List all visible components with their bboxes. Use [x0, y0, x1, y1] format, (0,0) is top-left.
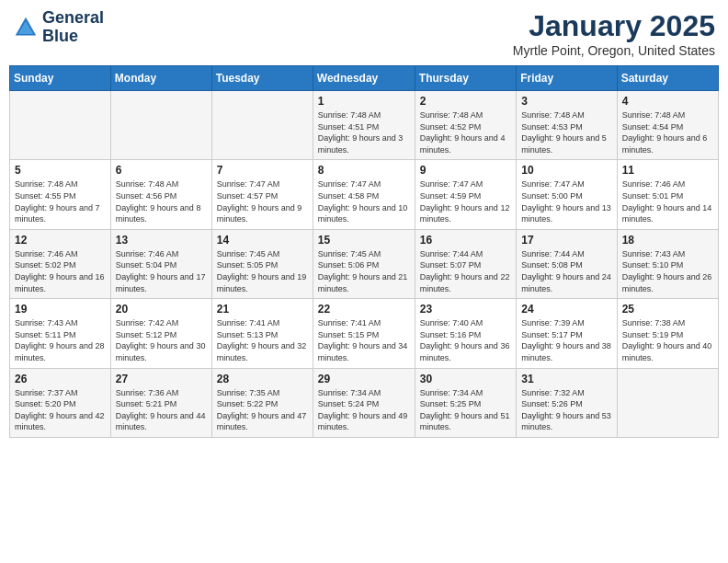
cell-content: Sunrise: 7:43 AM Sunset: 5:10 PM Dayligh… — [622, 248, 713, 294]
calendar-cell: 30Sunrise: 7:34 AM Sunset: 5:25 PM Dayli… — [415, 368, 516, 437]
day-number: 17 — [521, 234, 611, 247]
day-number: 15 — [318, 234, 410, 247]
cell-content: Sunrise: 7:46 AM Sunset: 5:04 PM Dayligh… — [116, 248, 207, 294]
calendar-cell: 10Sunrise: 7:47 AM Sunset: 5:00 PM Dayli… — [517, 160, 617, 229]
calendar-cell — [211, 91, 313, 160]
calendar-cell: 8Sunrise: 7:47 AM Sunset: 4:58 PM Daylig… — [313, 160, 415, 229]
calendar-cell: 15Sunrise: 7:45 AM Sunset: 5:06 PM Dayli… — [313, 229, 415, 298]
location: Myrtle Point, Oregon, United States — [513, 43, 715, 58]
cell-content: Sunrise: 7:41 AM Sunset: 5:15 PM Dayligh… — [318, 317, 410, 363]
day-number: 5 — [15, 164, 106, 177]
cell-content: Sunrise: 7:48 AM Sunset: 4:55 PM Dayligh… — [15, 178, 106, 224]
cell-content: Sunrise: 7:45 AM Sunset: 5:06 PM Dayligh… — [318, 248, 410, 294]
day-number: 18 — [622, 234, 713, 247]
calendar-table: SundayMondayTuesdayWednesdayThursdayFrid… — [9, 65, 719, 438]
day-number: 4 — [622, 95, 713, 108]
day-number: 25 — [622, 303, 713, 316]
calendar-cell: 16Sunrise: 7:44 AM Sunset: 5:07 PM Dayli… — [415, 229, 516, 298]
cell-content: Sunrise: 7:36 AM Sunset: 5:21 PM Dayligh… — [116, 387, 207, 433]
calendar-cell: 6Sunrise: 7:48 AM Sunset: 4:56 PM Daylig… — [110, 160, 211, 229]
title-block: January 2025 Myrtle Point, Oregon, Unite… — [513, 9, 715, 58]
calendar-cell: 18Sunrise: 7:43 AM Sunset: 5:10 PM Dayli… — [617, 229, 718, 298]
day-number: 8 — [318, 164, 410, 177]
day-number: 31 — [521, 373, 611, 385]
weekday-header-wednesday: Wednesday — [313, 66, 415, 91]
cell-content: Sunrise: 7:34 AM Sunset: 5:25 PM Dayligh… — [420, 387, 511, 433]
calendar-cell: 9Sunrise: 7:47 AM Sunset: 4:59 PM Daylig… — [415, 160, 516, 229]
logo: General Blue — [13, 9, 104, 46]
day-number: 10 — [521, 164, 611, 177]
day-number: 1 — [318, 95, 410, 108]
calendar-cell: 5Sunrise: 7:48 AM Sunset: 4:55 PM Daylig… — [10, 160, 111, 229]
calendar-cell: 17Sunrise: 7:44 AM Sunset: 5:08 PM Dayli… — [517, 229, 617, 298]
weekday-header-monday: Monday — [110, 66, 211, 91]
day-number: 20 — [116, 303, 207, 316]
weekday-header-friday: Friday — [517, 66, 617, 91]
cell-content: Sunrise: 7:46 AM Sunset: 5:02 PM Dayligh… — [15, 248, 106, 294]
cell-content: Sunrise: 7:41 AM Sunset: 5:13 PM Dayligh… — [217, 317, 308, 363]
day-number: 14 — [217, 234, 308, 247]
logo-icon — [13, 15, 39, 40]
cell-content: Sunrise: 7:47 AM Sunset: 4:57 PM Dayligh… — [217, 178, 308, 224]
page-header: General Blue January 2025 Myrtle Point, … — [9, 9, 719, 58]
day-number: 19 — [15, 303, 106, 316]
day-number: 26 — [15, 373, 106, 385]
calendar-cell: 13Sunrise: 7:46 AM Sunset: 5:04 PM Dayli… — [110, 229, 211, 298]
cell-content: Sunrise: 7:43 AM Sunset: 5:11 PM Dayligh… — [15, 317, 106, 363]
calendar-cell: 22Sunrise: 7:41 AM Sunset: 5:15 PM Dayli… — [313, 299, 415, 368]
weekday-header-sunday: Sunday — [10, 66, 111, 91]
cell-content: Sunrise: 7:48 AM Sunset: 4:53 PM Dayligh… — [521, 109, 611, 155]
cell-content: Sunrise: 7:37 AM Sunset: 5:20 PM Dayligh… — [15, 387, 106, 433]
day-number: 27 — [116, 373, 207, 385]
cell-content: Sunrise: 7:48 AM Sunset: 4:54 PM Dayligh… — [622, 109, 713, 155]
calendar-cell: 2Sunrise: 7:48 AM Sunset: 4:52 PM Daylig… — [415, 91, 516, 160]
cell-content: Sunrise: 7:35 AM Sunset: 5:22 PM Dayligh… — [217, 387, 308, 433]
calendar-cell: 25Sunrise: 7:38 AM Sunset: 5:19 PM Dayli… — [617, 299, 718, 368]
calendar-cell: 1Sunrise: 7:48 AM Sunset: 4:51 PM Daylig… — [313, 91, 415, 160]
calendar-cell: 7Sunrise: 7:47 AM Sunset: 4:57 PM Daylig… — [211, 160, 313, 229]
calendar-cell: 19Sunrise: 7:43 AM Sunset: 5:11 PM Dayli… — [10, 299, 111, 368]
cell-content: Sunrise: 7:48 AM Sunset: 4:56 PM Dayligh… — [116, 178, 207, 224]
weekday-header-thursday: Thursday — [415, 66, 516, 91]
day-number: 11 — [622, 164, 713, 177]
calendar-cell: 26Sunrise: 7:37 AM Sunset: 5:20 PM Dayli… — [10, 368, 111, 437]
cell-content: Sunrise: 7:38 AM Sunset: 5:19 PM Dayligh… — [622, 317, 713, 363]
calendar-cell: 28Sunrise: 7:35 AM Sunset: 5:22 PM Dayli… — [211, 368, 313, 437]
cell-content: Sunrise: 7:39 AM Sunset: 5:17 PM Dayligh… — [521, 317, 611, 363]
calendar-cell: 31Sunrise: 7:32 AM Sunset: 5:26 PM Dayli… — [517, 368, 617, 437]
day-number: 7 — [217, 164, 308, 177]
day-number: 12 — [15, 234, 106, 247]
month-title: January 2025 — [513, 9, 715, 43]
calendar-cell: 21Sunrise: 7:41 AM Sunset: 5:13 PM Dayli… — [211, 299, 313, 368]
calendar-cell: 11Sunrise: 7:46 AM Sunset: 5:01 PM Dayli… — [617, 160, 718, 229]
calendar-cell: 27Sunrise: 7:36 AM Sunset: 5:21 PM Dayli… — [110, 368, 211, 437]
day-number: 24 — [521, 303, 611, 316]
calendar-cell — [110, 91, 211, 160]
calendar-cell — [617, 368, 718, 437]
weekday-header-saturday: Saturday — [617, 66, 718, 91]
cell-content: Sunrise: 7:47 AM Sunset: 4:59 PM Dayligh… — [420, 178, 511, 224]
day-number: 16 — [420, 234, 511, 247]
day-number: 6 — [116, 164, 207, 177]
cell-content: Sunrise: 7:32 AM Sunset: 5:26 PM Dayligh… — [521, 387, 611, 433]
day-number: 9 — [420, 164, 511, 177]
cell-content: Sunrise: 7:48 AM Sunset: 4:51 PM Dayligh… — [318, 109, 410, 155]
cell-content: Sunrise: 7:42 AM Sunset: 5:12 PM Dayligh… — [116, 317, 207, 363]
logo-text: General Blue — [42, 9, 104, 46]
calendar-cell: 12Sunrise: 7:46 AM Sunset: 5:02 PM Dayli… — [10, 229, 111, 298]
cell-content: Sunrise: 7:45 AM Sunset: 5:05 PM Dayligh… — [217, 248, 308, 294]
calendar-cell: 4Sunrise: 7:48 AM Sunset: 4:54 PM Daylig… — [617, 91, 718, 160]
calendar-cell: 20Sunrise: 7:42 AM Sunset: 5:12 PM Dayli… — [110, 299, 211, 368]
calendar-cell: 23Sunrise: 7:40 AM Sunset: 5:16 PM Dayli… — [415, 299, 516, 368]
day-number: 13 — [116, 234, 207, 247]
day-number: 22 — [318, 303, 410, 316]
cell-content: Sunrise: 7:34 AM Sunset: 5:24 PM Dayligh… — [318, 387, 410, 433]
weekday-header-tuesday: Tuesday — [211, 66, 313, 91]
calendar-cell: 14Sunrise: 7:45 AM Sunset: 5:05 PM Dayli… — [211, 229, 313, 298]
day-number: 28 — [217, 373, 308, 385]
day-number: 3 — [521, 95, 611, 108]
cell-content: Sunrise: 7:47 AM Sunset: 5:00 PM Dayligh… — [521, 178, 611, 224]
cell-content: Sunrise: 7:44 AM Sunset: 5:08 PM Dayligh… — [521, 248, 611, 294]
cell-content: Sunrise: 7:46 AM Sunset: 5:01 PM Dayligh… — [622, 178, 713, 224]
cell-content: Sunrise: 7:48 AM Sunset: 4:52 PM Dayligh… — [420, 109, 511, 155]
